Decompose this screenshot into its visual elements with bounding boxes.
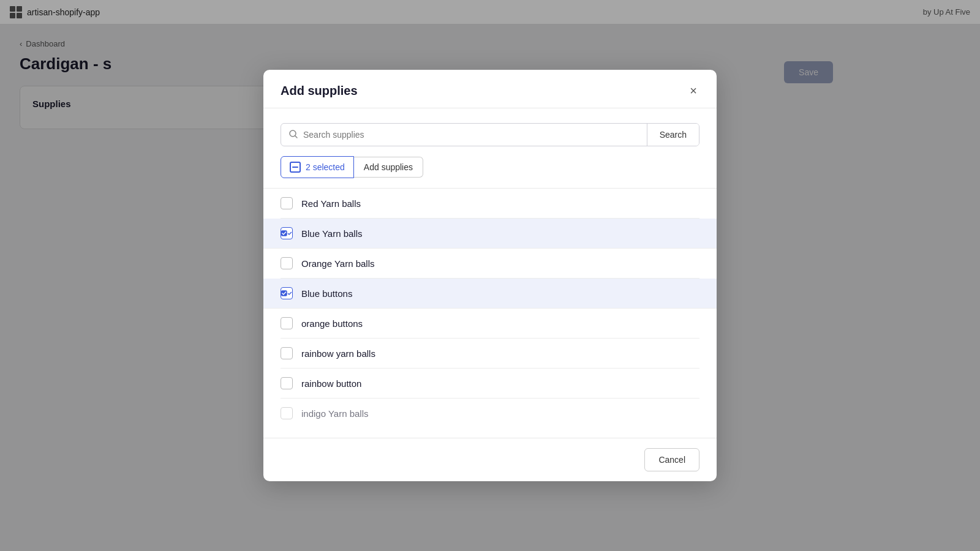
supply-checkbox[interactable] (281, 287, 293, 299)
supply-checkbox[interactable] (281, 347, 293, 359)
selection-bar: 2 selected Add supplies (281, 156, 699, 178)
supply-checkbox[interactable] (281, 227, 293, 239)
modal-overlay: Add supplies × Search (0, 0, 980, 551)
supply-checkbox[interactable] (281, 197, 293, 209)
search-input[interactable] (303, 130, 639, 140)
supply-list-item[interactable]: orange buttons (281, 309, 699, 339)
supply-name: rainbow button (301, 378, 361, 389)
selected-badge[interactable]: 2 selected (281, 156, 354, 178)
supply-list-item[interactable]: rainbow button (281, 369, 699, 399)
svg-line-1 (295, 135, 298, 138)
search-bar: Search (281, 123, 699, 146)
supply-list-item[interactable]: rainbow yarn balls (281, 339, 699, 369)
cancel-button[interactable]: Cancel (644, 448, 699, 471)
supply-list-item[interactable]: Orange Yarn balls (281, 249, 699, 279)
supply-list-item[interactable]: Blue Yarn balls (263, 219, 717, 249)
supply-name: Orange Yarn balls (301, 258, 375, 269)
supply-checkbox[interactable] (281, 377, 293, 389)
selected-count: 2 selected (306, 162, 345, 172)
supply-checkbox[interactable] (281, 257, 293, 269)
supply-name: rainbow yarn balls (301, 348, 375, 359)
checkmark-icon (281, 229, 287, 238)
supply-checkbox[interactable] (281, 317, 293, 329)
supply-name: Blue buttons (301, 288, 352, 299)
supply-list-item[interactable]: indigo Yarn balls (281, 399, 699, 428)
deselect-all-icon (290, 162, 301, 173)
modal-header: Add supplies × (263, 70, 717, 108)
supply-name: Blue Yarn balls (301, 228, 363, 239)
supply-list-item[interactable]: Red Yarn balls (281, 189, 699, 219)
supply-name: indigo Yarn balls (301, 408, 369, 419)
search-icon (288, 129, 298, 141)
modal-body: Search 2 selected Add supplies Red Yarn … (263, 108, 717, 438)
search-input-wrap (281, 124, 647, 146)
modal-title: Add supplies (281, 84, 358, 98)
supply-list: Red Yarn balls Blue Yarn ballsOrange Yar… (281, 189, 699, 428)
supply-checkbox[interactable] (281, 407, 293, 419)
supply-list-item[interactable]: Blue buttons (263, 279, 717, 309)
checkmark-icon (281, 289, 287, 298)
search-button[interactable]: Search (647, 124, 699, 146)
add-supplies-modal: Add supplies × Search (263, 70, 717, 481)
modal-close-button[interactable]: × (687, 83, 699, 98)
supply-name: orange buttons (301, 318, 363, 329)
modal-footer: Cancel (263, 438, 717, 481)
add-supplies-action-button[interactable]: Add supplies (354, 157, 423, 178)
supply-name: Red Yarn balls (301, 198, 361, 209)
